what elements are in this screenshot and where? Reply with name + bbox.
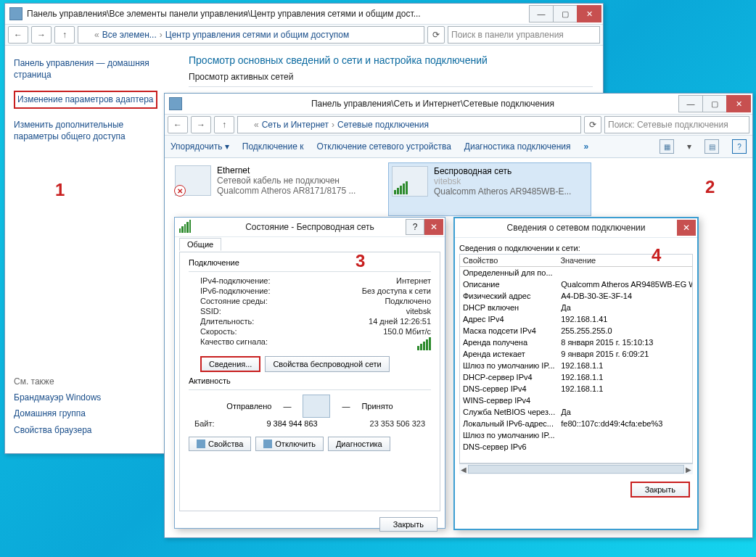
bc-chevron-icon: « — [94, 30, 99, 40]
table-row: Шлюз по умолчанию IP... — [460, 429, 693, 441]
details-rows: Определенный для по...ОписаниеQualcomm A… — [460, 267, 693, 453]
annotation-4: 4 — [652, 245, 661, 265]
properties-button[interactable]: Свойства — [189, 437, 251, 451]
sidebar-change-adapter[interactable]: Изменение параметров адаптера — [14, 91, 170, 108]
adapter-state: Сетевой кабель не подключен — [217, 176, 356, 186]
address-bar: ← → ↑ « Все элемен... › Центр управления… — [5, 24, 603, 46]
ipv4-value: Интернет — [396, 276, 431, 285]
bc-root[interactable]: Все элемен... — [102, 30, 157, 40]
dialog-title[interactable]: Состояние - Беспроводная сеть ?✕ — [175, 218, 445, 237]
adapter-device: Qualcomm Atheros AR8171/8175 ... — [217, 186, 356, 196]
titlebar[interactable]: Панель управления\Все элементы панели уп… — [5, 4, 603, 24]
diagnose-button[interactable]: Диагностика — [328, 437, 390, 451]
activity-sep: — — [342, 402, 350, 410]
tb-disable[interactable]: Отключение сетевого устройства — [316, 141, 451, 152]
close-button[interactable]: ✕ — [577, 5, 601, 22]
preview-icon[interactable]: ▤ — [704, 139, 719, 154]
ethernet-icon: ✕ — [175, 165, 211, 196]
sidebar: Панель управления — домашняя страница Из… — [5, 46, 178, 455]
nav-fwd-button[interactable]: → — [31, 26, 52, 44]
sidebar-homegroup[interactable]: Домашняя группа — [14, 408, 170, 419]
close-button[interactable]: Закрыть — [379, 517, 437, 532]
sidebar-home[interactable]: Панель управления — домашняя страница — [14, 57, 170, 81]
disconnected-icon: ✕ — [174, 185, 186, 197]
breadcrumb-nc[interactable]: « Сеть и Интернет › Сетевые подключения — [237, 116, 581, 133]
tb-organize[interactable]: Упорядочить ▾ — [170, 141, 229, 152]
see-also-label: См. также — [14, 376, 170, 387]
sidebar-firewall[interactable]: Брандмауэр Windows — [14, 392, 170, 403]
col-value[interactable]: Значение — [557, 255, 692, 267]
table-row: DHCP включенДа — [460, 302, 693, 313]
table-row: Локальный IPv6-адрес...fe80::107c:dd49:4… — [460, 418, 693, 429]
adapter-wifi[interactable]: Беспроводная сеть vitebsk Qualcomm Ather… — [388, 162, 591, 216]
dialog-title[interactable]: Сведения о сетевом подключении ✕ — [455, 218, 697, 238]
search-input[interactable]: Поиск: Сетевые подключения — [604, 116, 749, 133]
view-icon[interactable]: ▦ — [660, 139, 674, 154]
table-row: Адрес IPv4192.168.1.41 — [460, 313, 693, 325]
maximize-button[interactable]: ▢ — [553, 5, 578, 22]
maximize-button[interactable]: ▢ — [702, 95, 727, 112]
table-row: DHCP-сервер IPv4192.168.1.1 — [460, 371, 693, 383]
nav-fwd-button[interactable]: → — [191, 116, 211, 133]
window-title: Панель управления\Все элементы панели уп… — [27, 9, 530, 19]
section-connection: Подключение — [189, 258, 431, 267]
annotation-1: 1 — [55, 180, 65, 200]
page-title: Просмотр основных сведений о сети и наст… — [189, 54, 593, 66]
hscrollbar[interactable]: ◀▶ — [459, 463, 693, 474]
wireless-props-button[interactable]: Свойства беспроводной сети — [265, 356, 389, 372]
gear-icon — [197, 440, 205, 448]
help-button[interactable]: ? — [406, 219, 424, 235]
nav-up-button[interactable]: ↑ — [54, 26, 75, 44]
bc-leaf[interactable]: Центр управления сетями и общим доступом — [165, 30, 350, 40]
ipv6-value: Без доступа к сети — [362, 286, 431, 295]
ipv4-label: IPv4-подключение: — [200, 276, 271, 285]
minimize-button[interactable]: — — [678, 95, 703, 112]
duration-value: 14 дней 12:26:51 — [369, 317, 431, 326]
table-row: Аренда получена8 января 2015 г. 15:10:13 — [460, 337, 693, 348]
speed-label: Скорость: — [200, 327, 237, 336]
help-icon[interactable]: ? — [732, 139, 747, 154]
bc-mid[interactable]: Сеть и Интернет — [262, 120, 329, 130]
recv-label: Принято — [361, 402, 393, 410]
refresh-button[interactable]: ⟳ — [584, 116, 601, 133]
disable-button[interactable]: Отключить — [255, 437, 324, 451]
tab-general[interactable]: Общие — [179, 238, 221, 251]
tb-connect[interactable]: Подключение к — [242, 141, 304, 152]
details-button[interactable]: Сведения... — [200, 356, 260, 372]
adapter-name: Беспроводная сеть — [434, 166, 571, 176]
search-placeholder: Поиск в панели управления — [451, 30, 564, 40]
media-value: Подключено — [385, 297, 431, 305]
close-button[interactable]: ✕ — [677, 220, 696, 236]
adapter-ethernet[interactable]: ✕ Ethernet Сетевой кабель не подключен Q… — [172, 162, 374, 216]
close-button[interactable]: ✕ — [424, 219, 443, 235]
titlebar-nc[interactable]: Панель управления\Сеть и Интернет\Сетевы… — [165, 94, 752, 114]
table-row: Физический адресA4-DB-30-3E-3F-14 — [460, 290, 693, 302]
breadcrumb[interactable]: « Все элемен... › Центр управления сетям… — [78, 26, 424, 44]
dialog-connection-details: Сведения о сетевом подключении ✕ Сведени… — [453, 217, 699, 530]
sidebar-inetopt[interactable]: Свойства браузера — [14, 424, 170, 436]
tb-more-icon[interactable]: » — [584, 141, 589, 152]
tb-diag[interactable]: Диагностика подключения — [464, 141, 571, 152]
sidebar-change-sharing[interactable]: Изменить дополнительные параметры общего… — [14, 119, 170, 142]
bc-leaf[interactable]: Сетевые подключения — [337, 120, 429, 130]
close-button[interactable]: ✕ — [726, 95, 751, 112]
close-button[interactable]: Закрыть — [630, 482, 690, 498]
chevron-right-icon: › — [160, 30, 163, 40]
ssid-value: vitebsk — [406, 307, 431, 315]
sidebar-change-adapter-label: Изменение параметров адаптера — [14, 91, 157, 108]
nav-back-button[interactable]: ← — [8, 26, 28, 44]
col-property[interactable]: Свойство — [460, 255, 557, 267]
table-row: Маска подсети IPv4255.255.255.0 — [460, 325, 693, 337]
refresh-button[interactable]: ⟳ — [427, 26, 445, 44]
wifi-icon — [392, 166, 428, 197]
adapter-ssid: vitebsk — [434, 176, 571, 186]
search-input[interactable]: Поиск в панели управления — [448, 26, 600, 44]
table-row: DNS-сервер IPv6 — [460, 441, 693, 453]
nav-up-button[interactable]: ↑ — [214, 116, 234, 133]
path-icon — [81, 30, 91, 40]
nav-back-button[interactable]: ← — [168, 116, 188, 133]
app-icon — [169, 97, 182, 110]
duration-label: Длительность: — [200, 317, 254, 326]
minimize-button[interactable]: — — [529, 5, 554, 22]
search-placeholder: Поиск: Сетевые подключения — [608, 120, 728, 130]
